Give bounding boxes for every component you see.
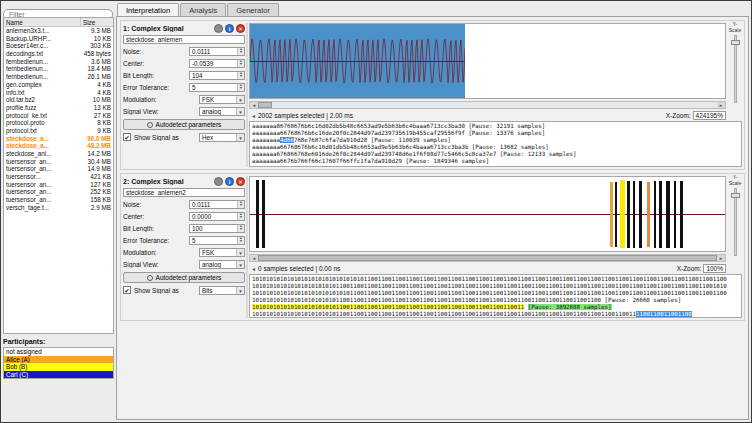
participant-row[interactable]: not assigned	[4, 348, 113, 356]
tab-generator[interactable]: Generator	[227, 3, 279, 16]
participant-row[interactable]: Carl (C)	[4, 371, 113, 379]
signal-view-combo[interactable]: analog ▾	[199, 260, 245, 269]
bit-length-spinbox[interactable]: 100 ▲▼	[189, 224, 245, 233]
xzoom-value[interactable]: 424195%	[693, 111, 726, 120]
file-row[interactable]: steckdose_a...90.0 MB	[4, 135, 113, 143]
splitter-handle[interactable]	[246, 176, 248, 318]
tab-analysis[interactable]: Analysis	[180, 3, 226, 16]
file-row[interactable]: tuersensor_an...252 KB	[4, 188, 113, 196]
signal-2-filename[interactable]: steckdose_anlernen2	[123, 188, 245, 197]
scroll-left-icon[interactable]: ◄	[250, 102, 258, 108]
error-tolerance-spinbox[interactable]: 5 ▲▼	[189, 83, 245, 92]
show-signal-checkbox[interactable]: ✔	[123, 286, 131, 294]
noise-spinbox[interactable]: 0.0111 ▲▼	[189, 200, 245, 209]
file-row[interactable]: gen.complex4 KB	[4, 81, 113, 89]
show-as-combo[interactable]: Hex ▾	[199, 133, 245, 142]
file-row[interactable]: info.txt4 KB	[4, 89, 113, 97]
collapse-icon[interactable]: ◂	[249, 112, 258, 119]
spin-buttons-icon[interactable]: ▲▼	[237, 84, 244, 91]
file-row[interactable]: anlernen3x3.t...9.3 MB	[4, 27, 113, 35]
collapse-icon[interactable]: ◂	[249, 265, 258, 272]
file-row[interactable]: protocol.txt9 KB	[4, 127, 113, 135]
participant-row[interactable]: Bob (B)	[4, 363, 113, 371]
options-icon[interactable]	[214, 24, 223, 33]
spin-buttons-icon[interactable]: ▲▼	[237, 48, 244, 55]
file-row[interactable]: fernbedienun...26.1 MB	[4, 73, 113, 81]
splitter-handle[interactable]	[246, 23, 248, 167]
column-header-name[interactable]: Name	[4, 18, 81, 26]
participant-row[interactable]: Alice (A)	[4, 356, 113, 364]
signal-1-status-row: ◂ 2002 samples selected | 2.00 ms X-Zoom…	[249, 111, 742, 120]
signal-1-data[interactable]: aaaaaaa86768676b6c16d02db5b48c6653ad9e5b…	[249, 121, 742, 167]
file-row[interactable]: steckdose_anl...14.2 MB	[4, 150, 113, 158]
chevron-down-icon: ▾	[236, 249, 244, 256]
xzoom-value[interactable]: 100%	[703, 264, 726, 273]
modulation-combo[interactable]: FSK ▾	[199, 95, 245, 104]
modulation-value: FSK	[200, 96, 236, 103]
options-icon[interactable]	[214, 177, 223, 186]
file-row[interactable]: Boeser14er.c...303 KB	[4, 42, 113, 50]
column-header-size[interactable]: Size	[81, 18, 113, 26]
yscale-slider[interactable]	[734, 188, 737, 256]
signal-2-data[interactable]: 1010101010101010101010101010101011001100…	[249, 274, 742, 318]
close-icon[interactable]: ✕	[236, 177, 245, 186]
tab-interpretation[interactable]: Interpretation	[117, 3, 179, 16]
error-tolerance-spinbox[interactable]: 5 ▲▼	[189, 236, 245, 245]
file-row[interactable]: tuersensor_an...158 KB	[4, 196, 113, 204]
center-spinbox[interactable]: 0.0000 ▲▼	[189, 212, 245, 221]
signal-2-plot[interactable]	[249, 176, 726, 252]
file-row[interactable]: tuersensor_an...30.4 MB	[4, 158, 113, 166]
file-row[interactable]: old.tar.bz210 MB	[4, 96, 113, 104]
yscale-slider-thumb[interactable]	[731, 40, 740, 45]
signal-pulse	[620, 180, 625, 248]
autodetect-button[interactable]: Autodetect parameters	[123, 272, 245, 283]
info-icon[interactable]: i	[225, 24, 234, 33]
yscale-slider[interactable]	[734, 35, 737, 103]
file-row[interactable]: Backup.URHP...10 KB	[4, 35, 113, 43]
spin-buttons-icon[interactable]: ▲▼	[237, 213, 244, 220]
info-icon[interactable]: i	[225, 177, 234, 186]
bit-length-spinbox[interactable]: 104 ▲▼	[189, 71, 245, 80]
signal-1-scrollbar[interactable]: ◄ ►	[249, 101, 726, 109]
show-signal-checkbox[interactable]: ✔	[123, 133, 131, 141]
signal-2-scrollbar[interactable]: ◄ ►	[249, 254, 726, 262]
file-row[interactable]: tuersensor_an...14.9 MB	[4, 165, 113, 173]
file-row[interactable]: decodings.txt458 bytes	[4, 50, 113, 58]
scrollbar-thumb[interactable]	[258, 102, 272, 108]
modulation-value: FSK	[200, 249, 236, 256]
scroll-right-icon[interactable]: ►	[717, 255, 725, 261]
show-as-combo[interactable]: Bits ▾	[199, 286, 245, 295]
interpretation-tab-content: 1: Complex Signal i ✕ steckdose_anlernen…	[116, 16, 749, 420]
spin-buttons-icon[interactable]: ▲▼	[237, 60, 244, 67]
yscale-slider-thumb[interactable]	[731, 193, 740, 198]
modulation-combo[interactable]: FSK ▾	[199, 248, 245, 257]
signal-1-filename[interactable]: steckdose_anlernen	[123, 35, 245, 44]
center-spinbox[interactable]: -0.0539 ▲▼	[189, 59, 245, 68]
scroll-left-icon[interactable]: ◄	[250, 255, 258, 261]
signal-view-combo[interactable]: analog ▾	[199, 107, 245, 116]
spin-buttons-icon[interactable]: ▲▼	[237, 201, 244, 208]
scrollbar-thumb[interactable]	[258, 255, 717, 261]
noise-value: 0.0111	[190, 201, 237, 208]
noise-spinbox[interactable]: 0.0111 ▲▼	[189, 47, 245, 56]
signal-1-plot[interactable]	[249, 23, 726, 99]
file-row[interactable]: tuersensor...421 KB	[4, 173, 113, 181]
autodetect-button[interactable]: Autodetect parameters	[123, 119, 245, 130]
close-icon[interactable]: ✕	[236, 24, 245, 33]
file-row[interactable]: protocol.proto8 KB	[4, 119, 113, 127]
file-row[interactable]: profile.fuzz13 KB	[4, 104, 113, 112]
scroll-right-icon[interactable]: ►	[717, 102, 725, 108]
file-row[interactable]: steckdose_a...48.2 MB	[4, 142, 113, 150]
file-row[interactable]: fernbedienun...3.6 MB	[4, 58, 113, 66]
spin-buttons-icon[interactable]: ▲▼	[237, 72, 244, 79]
spin-buttons-icon[interactable]: ▲▼	[237, 237, 244, 244]
file-row[interactable]: tuersensor_an...127 KB	[4, 181, 113, 189]
spin-buttons-icon[interactable]: ▲▼	[237, 225, 244, 232]
participants-label: Participants:	[3, 338, 45, 345]
tab-bar: Interpretation Analysis Generator	[116, 3, 749, 16]
file-row[interactable]: versch_tage.t...2.9 MB	[4, 204, 113, 212]
xzoom-label: X-Zoom:	[666, 112, 691, 119]
chevron-down-icon: ▾	[236, 261, 244, 268]
file-row[interactable]: protocol_ke.txt27 KB	[4, 112, 113, 120]
file-row[interactable]: fernbedienun...18.4 MB	[4, 65, 113, 73]
